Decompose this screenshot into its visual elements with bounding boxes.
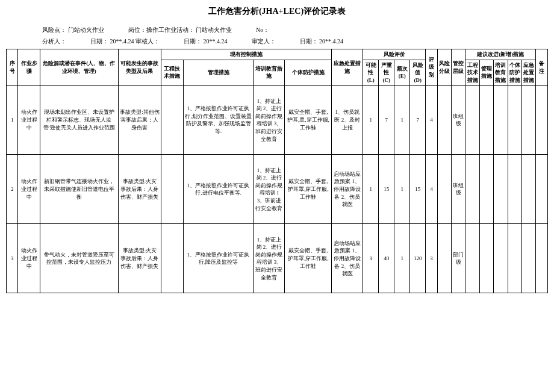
table-cell: 1、严格按照作业许可证执行,进行电位平衡等. bbox=[183, 155, 254, 224]
table-cell: 3 bbox=[426, 224, 437, 293]
jha-table: 序号 作业步骤 危险源或潜在事件(人、物、作业环境、管理) 可能发生的事故类型及… bbox=[6, 49, 548, 293]
th-sug-train: 培训教育措施 bbox=[494, 60, 508, 86]
table-cell bbox=[508, 155, 521, 224]
th-class: 管控层级 bbox=[452, 49, 465, 86]
th-train: 培训教育措施 bbox=[254, 60, 285, 86]
table-cell: 4 bbox=[426, 155, 437, 224]
table-cell bbox=[536, 224, 548, 293]
table-cell bbox=[161, 224, 183, 293]
date2-value: 20**.4.24 bbox=[204, 38, 228, 45]
table-cell: 班组级 bbox=[452, 86, 465, 155]
th-C: 严重性(C) bbox=[379, 60, 394, 86]
header-row-1: 风险点： 门站动火作业 岗位：操作工作业活动： 门站动火作业 No： bbox=[6, 26, 548, 34]
table-cell bbox=[494, 224, 508, 293]
table-body: 1动火作业过程中现场未划出作业区、未设置护栏和警示标志、现场无人监管'致使无关人… bbox=[7, 86, 548, 293]
table-cell bbox=[161, 155, 183, 224]
table-row: 1动火作业过程中现场未划出作业区、未设置护栏和警示标志、现场无人监管'致使无关人… bbox=[7, 86, 548, 155]
table-cell: 1 bbox=[7, 86, 18, 155]
table-cell bbox=[508, 224, 521, 293]
date1-label: 日期： bbox=[90, 38, 108, 45]
page-title: 工作危害分析(JHA+LEC)评价记录表 bbox=[6, 6, 548, 17]
table-cell: 4 bbox=[426, 86, 437, 155]
table-cell: 15 bbox=[410, 155, 426, 224]
table-cell: 1 bbox=[394, 86, 410, 155]
post-label: 岗位：操作工作业活动： bbox=[128, 26, 195, 33]
table-cell: 戴安全帽、手套,护耳,罩,穿工作服,工作鞋 bbox=[285, 86, 332, 155]
table-cell bbox=[437, 155, 451, 224]
table-cell bbox=[521, 224, 535, 293]
table-cell bbox=[521, 86, 535, 155]
table-cell: 1、持证上岗 2、进行岗前操作规程培训 3、班前进行安全教育 bbox=[254, 86, 285, 155]
table-cell bbox=[494, 155, 508, 224]
th-sug-mgmt: 管理措施 bbox=[479, 60, 493, 86]
table-cell: 启动场站应急预案 1、停用故障设备 2、伤员就医 bbox=[332, 224, 363, 293]
table-cell bbox=[536, 86, 548, 155]
th-risk-group: 风险评价 bbox=[363, 49, 426, 60]
th-sug-emerg: 应急处置措施 bbox=[521, 60, 535, 86]
table-row: 2动火作业过程中新旧钢管带气连接动火作业，未采取措施使新旧管道电位平衡事故类型:… bbox=[7, 155, 548, 224]
post-value: 门站动火作业 bbox=[196, 26, 232, 33]
th-grade: 评级别 bbox=[426, 49, 437, 86]
th-sug-ppe: 个体防护措施 bbox=[508, 60, 521, 86]
risk-point-value: 门站动火作业 bbox=[68, 26, 104, 33]
table-cell: 3 bbox=[363, 224, 379, 293]
table-cell: 班组级 bbox=[452, 155, 465, 224]
table-cell bbox=[161, 86, 183, 155]
date1-value: 20**.4.24 bbox=[110, 38, 134, 45]
th-hazard: 危险源或潜在事件(人、物、作业环境、管理) bbox=[40, 49, 118, 86]
table-cell: 1 bbox=[363, 86, 379, 155]
th-ppe: 个体防护措施 bbox=[285, 60, 332, 86]
table-cell: 40 bbox=[379, 224, 394, 293]
th-L: 可能性(L) bbox=[363, 60, 379, 86]
table-cell: 戴安全帽、手套,护耳罩,穿工作服,工作鞋 bbox=[285, 224, 332, 293]
table-cell: 戴安全帽、手套,护耳罩,穿工作服,工作鞋 bbox=[285, 155, 332, 224]
table-cell: 事故类型:其他伤害事故后果：人身伤害 bbox=[118, 86, 161, 155]
analyst-label: 分析人： bbox=[42, 38, 66, 45]
table-cell: 动火作业过程中 bbox=[18, 155, 40, 224]
table-cell bbox=[437, 86, 451, 155]
table-cell: 动火作业过程中 bbox=[18, 86, 40, 155]
table-cell bbox=[494, 86, 508, 155]
table-cell: 15 bbox=[379, 155, 394, 224]
table-cell bbox=[479, 86, 493, 155]
table-cell: 1、持证上岗 2、进行岗前操作规程培训 3、班前进行安全教育 bbox=[254, 224, 285, 293]
table-cell: 120 bbox=[410, 224, 426, 293]
table-cell: 现场未划出作业区、未设置护栏和警示标志、现场无人监管'致使无关人员进入作业范围 bbox=[40, 86, 118, 155]
table-cell: 1、严格按照作业许可证执行,降压及监控等 bbox=[183, 224, 254, 293]
table-cell: 7 bbox=[379, 86, 394, 155]
no-label: No： bbox=[256, 26, 269, 33]
header-row-2: 分析人： 日期： 20**.4.24 审核人： 日期： 20**.4.24 审定… bbox=[6, 37, 548, 46]
table-cell: 7 bbox=[410, 86, 426, 155]
th-existing-group: 现有控制措施 bbox=[161, 49, 332, 60]
th-E: 频次(E) bbox=[394, 60, 410, 86]
table-cell: 1、伤员就医 2、及时上报 bbox=[332, 86, 363, 155]
approver-label: 审定人： bbox=[252, 38, 276, 45]
th-level: 风险分级 bbox=[437, 49, 451, 86]
date3-label: 日期： bbox=[300, 38, 318, 45]
table-cell bbox=[521, 155, 535, 224]
date2-label: 日期： bbox=[184, 38, 202, 45]
table-row: 3动火作业过程中带气动火，未对管道降压至可控范围，未设专人监控压力事故类型:火灾… bbox=[7, 224, 548, 293]
table-cell: 启动场站应急预案 1、停用故障设备 2、伤员就医 bbox=[332, 155, 363, 224]
table-cell: 1、持证上岗 2、进行岗前操作规程培训 I 3、班前进行安全教育 bbox=[254, 155, 285, 224]
table-cell bbox=[479, 224, 493, 293]
th-emerg: 应急处置措施 bbox=[332, 49, 363, 86]
th-tech: 工程技术措施 bbox=[161, 60, 183, 86]
table-cell bbox=[536, 155, 548, 224]
table-cell bbox=[465, 155, 479, 224]
table-cell: 部门级 bbox=[452, 224, 465, 293]
th-accident: 可能发生的事故类型及后果 bbox=[118, 49, 161, 86]
table-cell bbox=[437, 224, 451, 293]
table-cell: 动火作业过程中 bbox=[18, 224, 40, 293]
table-cell: 事故类型:火灾 事故后果：人身伤害、财产损失 bbox=[118, 155, 161, 224]
table-cell: 1 bbox=[394, 224, 410, 293]
table-cell: 事故类型:火灾 事故后果：人身伤害、财产损失 bbox=[118, 224, 161, 293]
table-cell bbox=[508, 86, 521, 155]
th-note: 备注 bbox=[536, 49, 548, 86]
th-step: 作业步骤 bbox=[18, 49, 40, 86]
th-D: 风险值(D) bbox=[410, 60, 426, 86]
table-cell: 2 bbox=[7, 155, 18, 224]
date3-value: 20**.4.24 bbox=[319, 38, 343, 45]
th-suggest-group: 建议改进(新增)措施 bbox=[465, 49, 536, 60]
table-cell: 1 bbox=[363, 155, 379, 224]
